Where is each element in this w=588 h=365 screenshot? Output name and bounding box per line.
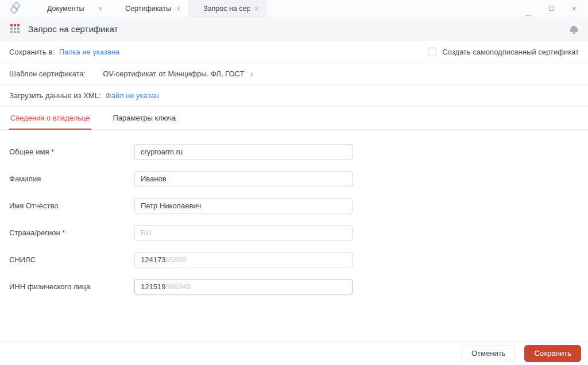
field-label: ИНН физического лица: [9, 282, 134, 291]
app-grid-icon: [10, 24, 20, 34]
app-logo: [0, 0, 32, 17]
minimize-icon[interactable]: [525, 10, 532, 17]
form-row-surname: Фамилия Иванов: [0, 171, 588, 187]
logo-icon: [8, 2, 24, 15]
tab-label: Сертификаты: [125, 5, 171, 13]
self-signed-checkbox[interactable]: [428, 48, 436, 56]
tabbar-spacer: [266, 0, 514, 17]
tab-certificate-request[interactable]: Запрос на серти... ×: [188, 0, 266, 17]
owner-info-form: Общее имя * cryptoarm.ru Фамилия Иванов …: [0, 130, 588, 341]
template-value[interactable]: OV-сертификат от Минцифры. ФЛ, ГОСТ: [103, 69, 244, 78]
input-value: cryptoarm.ru: [141, 147, 183, 156]
save-to-row: Сохранить в: Папка не указана Создать са…: [0, 41, 588, 63]
country-input[interactable]: RU: [134, 225, 353, 240]
self-signed-label[interactable]: Создать самоподписанный сертификат: [442, 48, 579, 56]
page-title: Запрос на сертификат: [28, 24, 118, 34]
form-row-inn: ИНН физического лица 121519 386340: [0, 279, 588, 294]
input-muted-value: 386340: [165, 282, 190, 291]
xml-file-link[interactable]: Файл не указан: [106, 91, 160, 100]
form-row-common-name: Общее имя * cryptoarm.ru: [0, 144, 588, 160]
tab-bar: Документы × Сертификаты × Запрос на серт…: [0, 0, 588, 17]
given-name-input[interactable]: Петр Николаевич: [134, 198, 353, 213]
window-controls: ×: [514, 0, 588, 17]
app-window: Документы × Сертификаты × Запрос на серт…: [0, 0, 588, 365]
page-header: Запрос на сертификат: [0, 17, 588, 41]
save-to-folder-link[interactable]: Папка не указана: [59, 48, 120, 56]
inn-input[interactable]: 121519 386340: [134, 279, 353, 294]
input-value: 124173: [141, 255, 165, 264]
input-value: Иванов: [141, 174, 167, 183]
input-value: Петр Николаевич: [141, 201, 201, 210]
surname-input[interactable]: Иванов: [134, 171, 353, 187]
form-row-given-name: Имя Отчество Петр Николаевич: [0, 198, 588, 213]
bell-icon[interactable]: [570, 26, 578, 32]
form-row-snils: СНИЛС 124173 95850: [0, 252, 588, 267]
template-label: Шаблон сертификата:: [9, 69, 86, 78]
field-label: Имя Отчество: [9, 201, 134, 210]
input-value: 121519: [141, 282, 165, 291]
tab-key-params[interactable]: Параметры ключа: [112, 114, 177, 129]
xml-row: Загрузить данные из XML: Файл не указан: [0, 85, 588, 107]
field-label: Страна/регион *: [9, 228, 134, 237]
close-icon[interactable]: ×: [176, 5, 181, 13]
tab-documents[interactable]: Документы ×: [32, 0, 110, 17]
close-icon[interactable]: ×: [254, 5, 259, 13]
tab-owner-info[interactable]: Сведения о владельце: [9, 114, 91, 129]
snils-input[interactable]: 124173 95850: [134, 252, 353, 267]
footer-bar: Отменить Сохранить: [0, 341, 588, 365]
field-label: Общее имя *: [9, 147, 134, 156]
tab-label: Запрос на серти...: [203, 5, 250, 13]
input-muted-value: 95850: [165, 255, 186, 264]
self-signed-option[interactable]: Создать самоподписанный сертификат: [428, 48, 579, 56]
cancel-button[interactable]: Отменить: [462, 345, 515, 362]
template-row: Шаблон сертификата: OV-сертификат от Мин…: [0, 63, 588, 85]
field-label: Фамилия: [9, 174, 134, 183]
section-tabs: Сведения о владельце Параметры ключа: [0, 107, 588, 130]
window-close-icon[interactable]: ×: [571, 5, 578, 12]
tab-certificates[interactable]: Сертификаты ×: [110, 0, 188, 17]
xml-label: Загрузить данные из XML:: [9, 91, 101, 100]
tab-label: Документы: [47, 5, 84, 13]
save-button[interactable]: Сохранить: [524, 345, 581, 362]
field-label: СНИЛС: [9, 255, 134, 264]
form-row-country: Страна/регион * RU: [0, 225, 588, 240]
chevron-right-icon[interactable]: ›: [250, 69, 253, 79]
common-name-input[interactable]: cryptoarm.ru: [134, 144, 353, 160]
save-to-label: Сохранить в:: [9, 48, 55, 56]
input-muted-value: RU: [141, 228, 152, 237]
maximize-icon[interactable]: [548, 5, 555, 12]
close-icon[interactable]: ×: [98, 5, 103, 13]
